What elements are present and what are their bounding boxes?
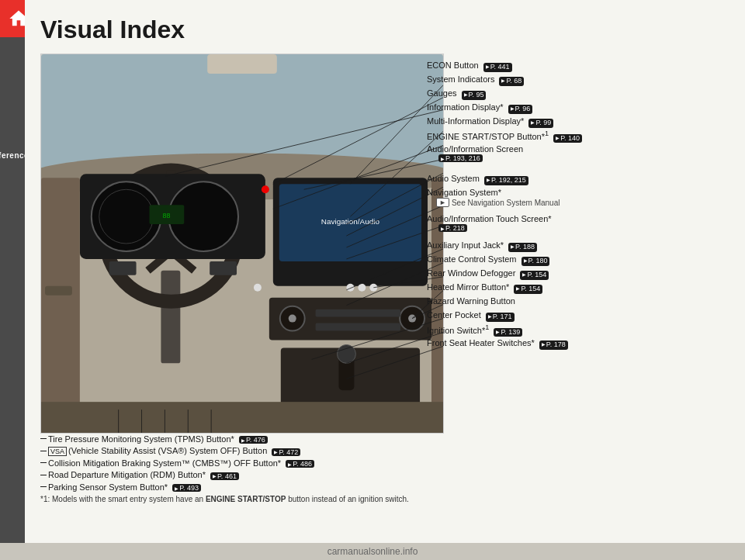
sidebar: Quick Reference Guide [0, 0, 25, 560]
watermark-text: carmanualsonline.info [327, 546, 418, 557]
labels-right: ECON Button P. 441 System Indicators P. … [427, 54, 729, 434]
label-climate-control-system: Climate Control System P. 180 [427, 254, 549, 266]
label-audio-system: Audio System P. 192, 215 [427, 173, 528, 185]
svg-point-43 [346, 284, 354, 292]
svg-rect-38 [207, 54, 277, 74]
svg-rect-30 [316, 323, 401, 331]
svg-point-42 [254, 284, 262, 292]
svg-point-26 [289, 315, 296, 323]
svg-rect-40 [210, 261, 237, 275]
label-engine-start-stop: ENGINE START/STOP Button*1 P. 140 [427, 130, 582, 143]
label-center-pocket: Center Pocket P. 171 [427, 309, 515, 322]
label-navigation-system: Navigation System* ► See Navigation Syst… [427, 187, 560, 207]
content-area: H 88 Navigation/Audio [40, 54, 729, 503]
label-econ-button: ECON Button P. 441 [427, 60, 512, 72]
svg-text:Navigation/Audio: Navigation/Audio [321, 217, 380, 226]
svg-point-44 [358, 284, 366, 292]
svg-rect-39 [109, 261, 137, 275]
label-cmbs: Collision Mitigation Braking System™ (CM… [40, 458, 537, 468]
svg-rect-34 [41, 178, 80, 433]
main-content: Visual Index [25, 0, 745, 560]
svg-text:88: 88 [162, 212, 170, 220]
label-system-indicators: System Indicators P. 68 [427, 74, 524, 86]
label-gauges: Gauges P. 95 [427, 88, 486, 100]
labels-bottom-section: Tire Pressure Monitoring System (TPMS) B… [40, 434, 537, 504]
label-hazard-warning-button: Hazard Warning Button [427, 296, 515, 306]
label-parking-sensor: Parking Sensor System Button* P. 493 [40, 482, 537, 493]
label-information-display: Information Display* P. 96 [427, 102, 532, 114]
label-front-seat-heater-switches: Front Seat Heater Switches* P. 178 [427, 337, 568, 350]
label-ignition-switch: Ignition Switch*1 P. 139 [427, 323, 522, 337]
label-auxiliary-input-jack: Auxiliary Input Jack* P. 188 [427, 240, 537, 252]
svg-rect-29 [316, 309, 401, 317]
svg-rect-35 [45, 286, 72, 296]
label-heated-mirror-button: Heated Mirror Button* P. 154 [427, 282, 542, 294]
label-vsa: VSA(Vehicle Stability Assist (VSA®) Syst… [40, 446, 537, 456]
svg-point-33 [337, 344, 355, 363]
label-rear-window-defogger: Rear Window Defogger P. 154 [427, 268, 549, 280]
svg-rect-37 [41, 402, 443, 433]
svg-rect-4 [161, 271, 180, 364]
label-audio-information-touch-screen: Audio/Information Touch Screen* P. 218 [427, 213, 552, 232]
label-multi-information-display: Multi-Information Display* P. 99 [427, 116, 553, 128]
watermark-bar: carmanualsonline.info [0, 543, 745, 560]
page-title: Visual Index [40, 16, 729, 44]
label-rdm: Road Departure Mitigation (RDM) Button* … [40, 470, 537, 480]
label-audio-information-screen: Audio/Information Screen P. 193, 216 [427, 143, 523, 162]
car-dashboard-image: H 88 Navigation/Audio [40, 54, 444, 434]
footnote: *1: Models with the smart entry system h… [40, 495, 537, 503]
label-tpms: Tire Pressure Monitoring System (TPMS) B… [40, 434, 537, 444]
svg-point-41 [262, 185, 269, 193]
